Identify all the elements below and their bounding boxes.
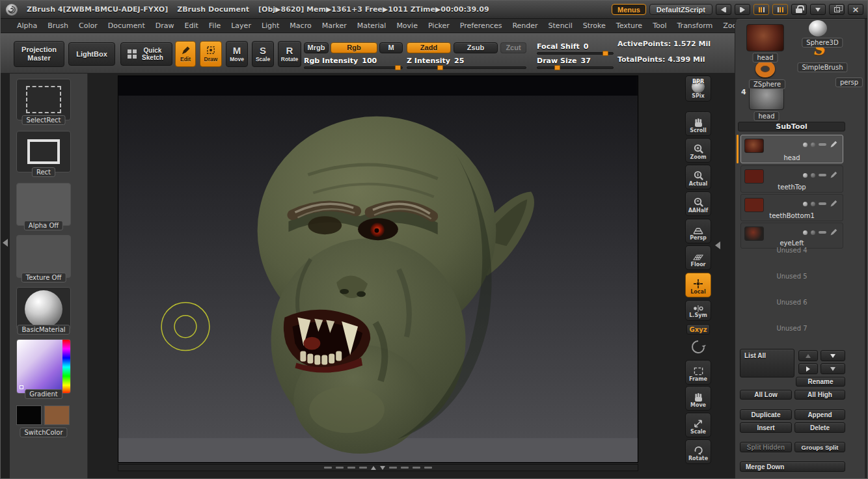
subtool-row-eyeleft[interactable]: eyeLeft	[740, 223, 843, 249]
menu-item-brush[interactable]: Brush	[47, 21, 68, 30]
color-picker[interactable]: Gradient	[16, 339, 71, 394]
subtool-down-button[interactable]	[821, 350, 845, 361]
draw-size-slider[interactable]: Draw Size37	[537, 57, 614, 69]
menu-item-transform[interactable]: Transform	[677, 21, 713, 30]
quick-sketch-button[interactable]: Quick Sketch	[120, 42, 172, 66]
lightbox-button[interactable]: LightBox	[68, 42, 115, 66]
subtool-brush-icon[interactable]	[830, 200, 837, 208]
menu-item-preferences[interactable]: Preferences	[460, 21, 502, 30]
local-button[interactable]: Local	[685, 273, 711, 297]
subtool-header[interactable]: SubTool	[738, 122, 845, 131]
rect-stroke-icon[interactable]	[16, 131, 71, 172]
zsphere-icon[interactable]	[755, 61, 775, 77]
zadd-button[interactable]: Zadd	[407, 42, 451, 53]
menu-item-picker[interactable]: Picker	[428, 21, 450, 30]
lsym-button[interactable]: L.Sym	[685, 300, 711, 321]
rgb-intensity-slider[interactable]: Rgb Intensity100	[304, 57, 403, 69]
main-color-swatch[interactable]	[16, 405, 42, 425]
subtool-row-teethtop[interactable]: teethTop	[740, 165, 843, 193]
subtool-eye-all-icon[interactable]	[811, 202, 815, 206]
zoom-scale-button[interactable]: Scale	[685, 413, 711, 437]
subtool-row-unused4[interactable]: Unused 4	[740, 247, 843, 254]
subtool-brush-icon[interactable]	[830, 141, 837, 148]
menu-item-macro[interactable]: Macro	[290, 21, 311, 30]
material-slot[interactable]: BasicMaterial	[16, 287, 71, 330]
groups-split-button[interactable]: Groups Split	[794, 442, 845, 452]
list-all-button[interactable]: List All	[740, 349, 794, 377]
spix-button[interactable]: BPR SPix	[685, 75, 711, 102]
move-mode-button[interactable]: M Move	[226, 41, 248, 67]
subtool-intensity-icon[interactable]	[819, 143, 826, 146]
edit-mode-button[interactable]: Edit	[175, 41, 196, 67]
aahalf-button[interactable]: AAHalf	[685, 191, 711, 216]
menu-item-movie[interactable]: Movie	[396, 21, 418, 30]
subtool-row-teethbottom1[interactable]: teethBottom1	[740, 194, 843, 221]
subtool-intensity-icon[interactable]	[819, 231, 826, 234]
subtool-brush-icon[interactable]	[830, 228, 837, 236]
split-hidden-button[interactable]: Split Hidden	[740, 442, 792, 452]
selectrect-icon[interactable]	[16, 79, 71, 120]
hue-strip[interactable]	[62, 340, 70, 394]
pan-left-icon[interactable]	[716, 4, 731, 15]
menu-item-color[interactable]: Color	[79, 21, 98, 30]
menu-item-stencil[interactable]: Stencil	[549, 21, 573, 30]
subtool-eye-all-icon[interactable]	[811, 173, 815, 178]
stroke-rect-tool[interactable]: Rect	[16, 131, 71, 172]
menu-item-stroke[interactable]: Stroke	[583, 21, 606, 30]
duplicate-button[interactable]: Duplicate	[740, 409, 792, 420]
delete-button[interactable]: Delete	[794, 422, 845, 433]
texture-slot[interactable]: Texture Off	[16, 235, 71, 278]
zsub-button[interactable]: Zsub	[454, 42, 498, 53]
menu-item-file[interactable]: File	[209, 21, 221, 30]
subtool-eye-icon[interactable]	[803, 173, 807, 178]
menu-item-document[interactable]: Document	[108, 21, 145, 30]
menu-item-material[interactable]: Material	[357, 21, 387, 30]
basic-material-icon[interactable]	[16, 287, 71, 330]
m-button[interactable]: M	[379, 42, 403, 53]
focal-shift-thumb[interactable]	[603, 51, 608, 56]
z-intensity-slider[interactable]: Z Intensity25	[407, 57, 526, 69]
menu-item-edit[interactable]: Edit	[185, 21, 198, 30]
subtool-eye-icon[interactable]	[803, 202, 807, 206]
subtool-intensity-icon[interactable]	[819, 174, 826, 176]
default-zscript-button[interactable]: DefaultZScript	[649, 4, 712, 15]
canvas-scrollbar[interactable]	[118, 464, 638, 471]
scroll-button[interactable]: Scroll	[685, 111, 711, 136]
subtool-row-head[interactable]: head	[740, 135, 843, 163]
zoom-button[interactable]: Zoom	[685, 138, 711, 163]
rgb-intensity-thumb[interactable]	[395, 65, 401, 70]
alpha-off-icon[interactable]	[16, 183, 71, 226]
transpose-spiral-icon[interactable]	[690, 339, 706, 359]
menus-button[interactable]: Menus	[612, 4, 646, 15]
secondary-color-swatch[interactable]	[44, 405, 70, 425]
z-intensity-thumb[interactable]	[437, 65, 443, 70]
rotate-view-button[interactable]: Rotate	[685, 439, 711, 464]
append-button[interactable]: Append	[794, 409, 845, 420]
pan-right-icon[interactable]	[735, 4, 750, 15]
current-tool-thumbnail[interactable]	[746, 24, 784, 51]
mrgb-button[interactable]: Mrgb	[304, 42, 329, 53]
alpha-slot[interactable]: Alpha Off	[16, 183, 71, 226]
pan-move-button[interactable]: Move	[685, 386, 711, 411]
rotate-mode-button[interactable]: R Rotate	[278, 41, 301, 67]
subtool-eye-all-icon[interactable]	[811, 230, 815, 235]
subtool-row-unused6[interactable]: Unused 6	[740, 299, 843, 306]
menu-item-light[interactable]: Light	[262, 21, 279, 30]
subtool-eye-all-icon[interactable]	[811, 143, 815, 147]
persp-button[interactable]: Persp	[685, 219, 711, 243]
subtool-brush-icon[interactable]	[830, 171, 837, 179]
gxyz-button[interactable]: Gxyz	[686, 324, 710, 335]
texture-off-icon[interactable]	[16, 235, 71, 278]
rename-button[interactable]: Rename	[796, 377, 845, 387]
close-button[interactable]: ×	[848, 4, 863, 15]
subtool-right-button[interactable]	[798, 363, 818, 374]
draw-size-thumb[interactable]	[554, 65, 560, 70]
subtool-intensity-icon[interactable]	[819, 202, 826, 205]
menu-item-texture[interactable]: Texture	[616, 21, 642, 30]
subtool-eye-icon[interactable]	[803, 230, 807, 235]
menu-item-tool[interactable]: Tool	[653, 21, 666, 30]
subtool-row-unused7[interactable]: Unused 7	[740, 325, 843, 332]
subtool-bottom-button[interactable]	[821, 363, 845, 374]
menu-item-draw[interactable]: Draw	[156, 21, 174, 30]
all-high-button[interactable]: All High	[794, 390, 845, 400]
